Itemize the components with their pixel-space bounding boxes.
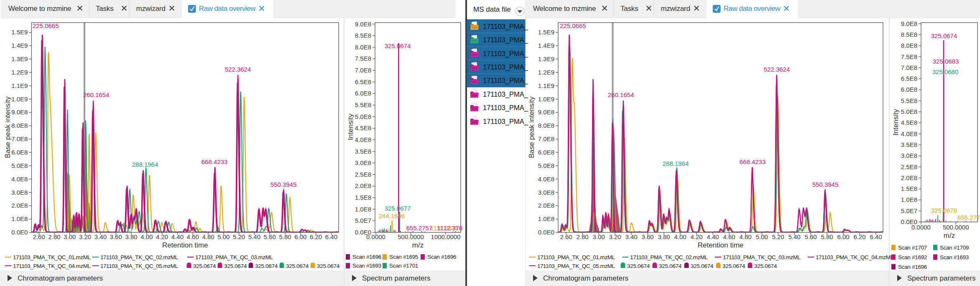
svg-text:1.4E9: 1.4E9 <box>11 42 28 49</box>
svg-text:Scan #1701: Scan #1701 <box>389 263 418 269</box>
svg-text:1.5E8: 1.5E8 <box>901 185 917 192</box>
svg-text:5.80: 5.80 <box>821 233 833 240</box>
svg-text:325.0674: 325.0674 <box>931 32 957 39</box>
svg-text:4.0E8: 4.0E8 <box>11 175 28 183</box>
svg-text:MS data file: MS data file <box>473 5 511 13</box>
svg-text:4.40: 4.40 <box>707 233 719 240</box>
svg-text:1112.378: 1112.378 <box>437 224 462 232</box>
svg-text:5.00: 5.00 <box>217 233 230 240</box>
svg-text:325.0674: 325.0674 <box>627 263 650 269</box>
svg-text:3.40: 3.40 <box>94 233 107 240</box>
svg-text:4.00: 4.00 <box>140 233 153 240</box>
svg-text:1.0E8: 1.0E8 <box>355 206 371 213</box>
svg-text:5.5E8: 5.5E8 <box>355 101 371 108</box>
svg-text:Raw data overview: Raw data overview <box>724 5 781 13</box>
svg-text:9.0E8: 9.0E8 <box>538 108 554 116</box>
svg-text:3.20: 3.20 <box>609 233 621 240</box>
svg-text:325.0674: 325.0674 <box>286 263 309 269</box>
svg-text:2.0E8: 2.0E8 <box>355 182 371 189</box>
svg-text:5.40: 5.40 <box>248 233 260 240</box>
svg-text:6.0E8: 6.0E8 <box>901 86 917 93</box>
svg-text:3.80: 3.80 <box>658 233 670 240</box>
svg-text:3.60: 3.60 <box>641 233 653 240</box>
svg-text:2.80: 2.80 <box>48 233 60 240</box>
svg-text:Chromatogram parameters: Chromatogram parameters <box>543 274 628 282</box>
svg-text:6.0E8: 6.0E8 <box>355 90 371 97</box>
svg-text:7.5E8: 7.5E8 <box>901 53 917 60</box>
svg-text:325.0674: 325.0674 <box>317 263 340 269</box>
svg-text:1.1E9: 1.1E9 <box>538 82 554 89</box>
svg-text:0.0E0: 0.0E0 <box>11 229 28 236</box>
svg-text:m/z: m/z <box>944 232 955 240</box>
svg-text:3.20: 3.20 <box>79 233 91 240</box>
svg-text:Scan #1695: Scan #1695 <box>389 254 418 260</box>
svg-text:5.60: 5.60 <box>804 233 817 240</box>
svg-text:3.00: 3.00 <box>64 233 76 240</box>
svg-text:1.0E9: 1.0E9 <box>11 95 28 103</box>
svg-text:6.00: 6.00 <box>837 233 849 240</box>
svg-text:550.3945: 550.3945 <box>812 181 839 188</box>
svg-text:5.80: 5.80 <box>279 233 291 240</box>
svg-text:7.0E8: 7.0E8 <box>538 135 554 142</box>
svg-text:4.60: 4.60 <box>187 233 199 240</box>
svg-text:288.1964: 288.1964 <box>132 161 158 168</box>
svg-text:4.5E8: 4.5E8 <box>355 124 371 131</box>
svg-text:171103_PMA_TK_QC_04.mzML: 171103_PMA_TK_QC_04.mzML <box>13 263 91 269</box>
svg-text:Retention time: Retention time <box>698 241 744 249</box>
svg-text:Scan #1696: Scan #1696 <box>898 264 927 270</box>
svg-text:8.0E8: 8.0E8 <box>901 42 917 49</box>
svg-text:1.5E9: 1.5E9 <box>11 28 28 36</box>
svg-text:Scan #1696: Scan #1696 <box>352 254 381 260</box>
svg-text:171103_PMA_TK_QC_02.mzML: 171103_PMA_TK_QC_02.mzML <box>630 254 708 260</box>
svg-text:9.0E8: 9.0E8 <box>901 20 917 27</box>
svg-text:655.277: 655.277 <box>957 214 980 221</box>
svg-text:3.80: 3.80 <box>125 233 137 240</box>
svg-text:3.0E8: 3.0E8 <box>901 152 917 159</box>
svg-text:6.40: 6.40 <box>870 233 882 240</box>
svg-text:325.0683: 325.0683 <box>933 58 959 65</box>
svg-text:6.0E8: 6.0E8 <box>538 149 554 156</box>
svg-text:2.5E8: 2.5E8 <box>355 171 371 178</box>
svg-text:6.20: 6.20 <box>853 233 865 240</box>
svg-text:Scan #1693: Scan #1693 <box>940 254 969 260</box>
svg-text:mzwizard: mzwizard <box>136 5 166 13</box>
svg-text:Spectrum parameters: Spectrum parameters <box>907 274 975 282</box>
svg-text:4.0E8: 4.0E8 <box>901 130 917 137</box>
svg-text:325.0674: 325.0674 <box>255 263 278 269</box>
svg-text:Spectrum parameters: Spectrum parameters <box>362 274 430 282</box>
svg-text:Intensity: Intensity <box>892 109 900 136</box>
svg-text:5.0E7: 5.0E7 <box>355 217 371 224</box>
svg-text:325.0674: 325.0674 <box>659 263 682 269</box>
svg-text:Scan #1692: Scan #1692 <box>898 254 927 260</box>
svg-text:Base peak intensity: Base peak intensity <box>4 96 12 158</box>
svg-text:171103_PMA_: 171103_PMA_ <box>483 63 528 71</box>
svg-text:Welcome to mzmine: Welcome to mzmine <box>8 5 71 13</box>
svg-text:Chromatogram parameters: Chromatogram parameters <box>18 274 103 282</box>
svg-text:3.40: 3.40 <box>625 233 637 240</box>
svg-text:4.60: 4.60 <box>723 233 735 240</box>
svg-text:7.0E8: 7.0E8 <box>11 135 28 142</box>
svg-text:2.60: 2.60 <box>560 233 572 240</box>
svg-text:1.3E9: 1.3E9 <box>11 55 28 62</box>
svg-text:325.0674: 325.0674 <box>754 263 777 269</box>
svg-text:4.20: 4.20 <box>690 233 702 240</box>
svg-text:5.5E8: 5.5E8 <box>901 97 917 104</box>
svg-text:500.0000: 500.0000 <box>398 233 424 240</box>
svg-text:171103_PMA_TK_QC_02.mzML: 171103_PMA_TK_QC_02.mzML <box>100 254 178 260</box>
svg-text:3.60: 3.60 <box>110 233 122 240</box>
svg-text:325.0674: 325.0674 <box>691 263 714 269</box>
svg-text:Tasks: Tasks <box>620 5 638 13</box>
svg-text:7.0E8: 7.0E8 <box>901 64 917 71</box>
svg-text:260.1654: 260.1654 <box>83 91 110 98</box>
svg-text:mzwizard: mzwizard <box>661 5 690 13</box>
svg-text:3.0E8: 3.0E8 <box>538 189 554 196</box>
svg-text:1.0E8: 1.0E8 <box>538 215 554 222</box>
svg-text:Scan #1709: Scan #1709 <box>940 245 969 251</box>
svg-text:5.0E7: 5.0E7 <box>901 207 917 214</box>
svg-text:4.80: 4.80 <box>739 233 751 240</box>
svg-text:171103_PMA_TK_QC_01.mzML: 171103_PMA_TK_QC_01.mzML <box>13 254 91 260</box>
svg-text:171103_PMA_TK_QC_03.mzML: 171103_PMA_TK_QC_03.mzML <box>195 254 273 260</box>
svg-text:8.0E8: 8.0E8 <box>538 122 554 129</box>
svg-text:3.5E8: 3.5E8 <box>901 141 917 148</box>
svg-text:1.1E9: 1.1E9 <box>11 82 28 89</box>
